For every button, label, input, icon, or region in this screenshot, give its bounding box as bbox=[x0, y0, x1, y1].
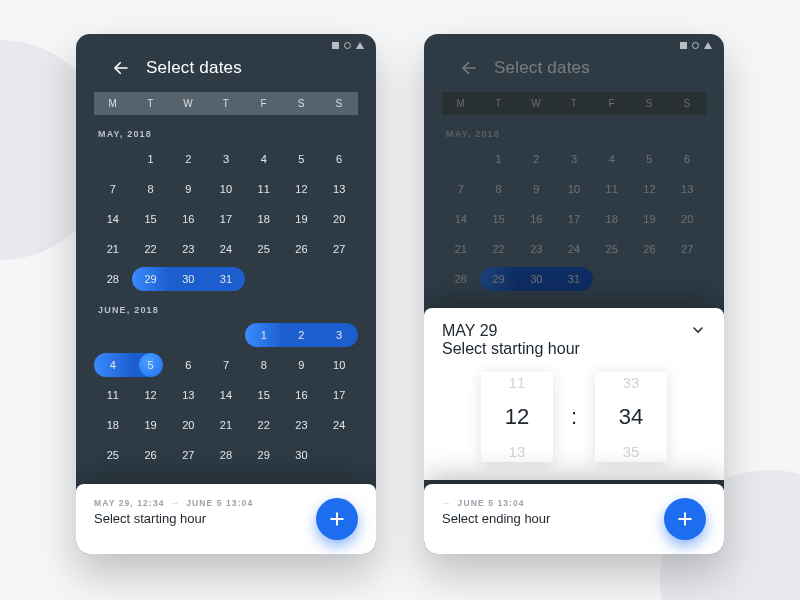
calendar-day[interactable]: 5 bbox=[283, 147, 321, 171]
calendar-day[interactable]: 2 bbox=[169, 147, 207, 171]
add-button[interactable] bbox=[664, 498, 706, 540]
calendar-day[interactable]: 11 bbox=[245, 177, 283, 201]
calendar-day[interactable]: 6 bbox=[320, 147, 358, 171]
calendar-day[interactable]: 11 bbox=[94, 383, 132, 407]
calendar-day[interactable]: 8 bbox=[245, 353, 283, 377]
calendar-day[interactable]: 3 bbox=[555, 147, 593, 171]
calendar-day[interactable]: 2 bbox=[283, 323, 321, 347]
calendar-day[interactable]: 14 bbox=[207, 383, 245, 407]
calendar-day[interactable]: 30 bbox=[283, 443, 321, 467]
add-button[interactable] bbox=[316, 498, 358, 540]
calendar-day[interactable]: 19 bbox=[132, 413, 170, 437]
calendar-day[interactable]: 10 bbox=[320, 353, 358, 377]
calendar-day[interactable]: 16 bbox=[517, 207, 555, 231]
calendar-day[interactable]: 7 bbox=[94, 177, 132, 201]
calendar-day[interactable]: 23 bbox=[169, 237, 207, 261]
calendar-day[interactable]: 21 bbox=[94, 237, 132, 261]
calendar-day[interactable]: 3 bbox=[207, 147, 245, 171]
calendar-day[interactable]: 6 bbox=[169, 353, 207, 377]
calendar-day[interactable]: 9 bbox=[169, 177, 207, 201]
calendar-day[interactable]: 22 bbox=[132, 237, 170, 261]
calendar-day[interactable]: 16 bbox=[169, 207, 207, 231]
calendar-day[interactable]: 17 bbox=[555, 207, 593, 231]
calendar-day[interactable]: 22 bbox=[245, 413, 283, 437]
calendar-day[interactable]: 9 bbox=[517, 177, 555, 201]
calendar-day[interactable]: 18 bbox=[94, 413, 132, 437]
calendar-day[interactable]: 18 bbox=[245, 207, 283, 231]
calendar-day[interactable]: 11 bbox=[593, 177, 631, 201]
calendar-day[interactable]: 23 bbox=[517, 237, 555, 261]
calendar-day[interactable]: 13 bbox=[668, 177, 706, 201]
calendar-day[interactable]: 10 bbox=[207, 177, 245, 201]
calendar-day[interactable]: 2 bbox=[517, 147, 555, 171]
calendar-day[interactable]: 30 bbox=[169, 267, 207, 291]
calendar-day[interactable]: 29 bbox=[132, 267, 170, 291]
calendar-day[interactable]: 10 bbox=[555, 177, 593, 201]
calendar-day[interactable]: 21 bbox=[207, 413, 245, 437]
calendar-day[interactable]: 23 bbox=[283, 413, 321, 437]
calendar-day[interactable]: 29 bbox=[245, 443, 283, 467]
calendar-day[interactable]: 24 bbox=[207, 237, 245, 261]
calendar-day[interactable]: 1 bbox=[245, 323, 283, 347]
calendar-day[interactable]: 26 bbox=[631, 237, 669, 261]
calendar-day[interactable]: 31 bbox=[555, 267, 593, 291]
calendar-day[interactable]: 12 bbox=[283, 177, 321, 201]
calendar-day[interactable]: 24 bbox=[320, 413, 358, 437]
calendar-day[interactable]: 19 bbox=[631, 207, 669, 231]
minute-wheel[interactable]: 33 34 35 bbox=[595, 372, 667, 462]
calendar-day[interactable]: 30 bbox=[517, 267, 555, 291]
back-arrow-icon[interactable] bbox=[112, 59, 130, 77]
calendar-day[interactable]: 25 bbox=[593, 237, 631, 261]
calendar-day[interactable]: 27 bbox=[668, 237, 706, 261]
calendar-day[interactable]: 6 bbox=[668, 147, 706, 171]
calendar-day[interactable]: 29 bbox=[480, 267, 518, 291]
calendar-day[interactable]: 26 bbox=[283, 237, 321, 261]
calendar-day[interactable]: 15 bbox=[480, 207, 518, 231]
calendar-day[interactable]: 22 bbox=[480, 237, 518, 261]
bottom-sheet-end[interactable]: → JUNE 5 13:04 Select ending hour bbox=[424, 484, 724, 554]
calendar-day[interactable]: 19 bbox=[283, 207, 321, 231]
calendar-day[interactable]: 20 bbox=[668, 207, 706, 231]
calendar-day[interactable]: 28 bbox=[94, 267, 132, 291]
calendar-day[interactable]: 25 bbox=[94, 443, 132, 467]
calendar-day[interactable]: 3 bbox=[320, 323, 358, 347]
calendar-day[interactable]: 12 bbox=[631, 177, 669, 201]
calendar-day[interactable]: 25 bbox=[245, 237, 283, 261]
calendar-day[interactable]: 27 bbox=[320, 237, 358, 261]
calendar-day[interactable]: 31 bbox=[207, 267, 245, 291]
calendar-day[interactable]: 4 bbox=[245, 147, 283, 171]
calendar-day[interactable]: 21 bbox=[442, 237, 480, 261]
calendar-day[interactable]: 20 bbox=[320, 207, 358, 231]
calendar-day[interactable]: 4 bbox=[94, 353, 132, 377]
calendar-day[interactable]: 9 bbox=[283, 353, 321, 377]
calendar-day[interactable]: 16 bbox=[283, 383, 321, 407]
calendar-day[interactable]: 26 bbox=[132, 443, 170, 467]
calendar-day[interactable]: 14 bbox=[94, 207, 132, 231]
calendar-day[interactable]: 8 bbox=[480, 177, 518, 201]
calendar-day[interactable]: 17 bbox=[207, 207, 245, 231]
chevron-down-icon[interactable] bbox=[690, 322, 706, 342]
calendar-day[interactable]: 5 bbox=[132, 353, 170, 377]
calendar-day[interactable]: 18 bbox=[593, 207, 631, 231]
calendar-day[interactable]: 27 bbox=[169, 443, 207, 467]
calendar-day[interactable]: 17 bbox=[320, 383, 358, 407]
calendar-day[interactable]: 28 bbox=[442, 267, 480, 291]
calendar-day[interactable]: 13 bbox=[169, 383, 207, 407]
calendar-day[interactable]: 7 bbox=[207, 353, 245, 377]
calendar-day[interactable]: 14 bbox=[442, 207, 480, 231]
calendar-day[interactable]: 8 bbox=[132, 177, 170, 201]
calendar-day[interactable]: 13 bbox=[320, 177, 358, 201]
calendar-day[interactable]: 24 bbox=[555, 237, 593, 261]
calendar-day[interactable]: 1 bbox=[132, 147, 170, 171]
calendar-day[interactable]: 7 bbox=[442, 177, 480, 201]
bottom-sheet-start[interactable]: MAY 29, 12:34 → JUNE 5 13:04 Select star… bbox=[76, 484, 376, 554]
back-arrow-icon[interactable] bbox=[460, 59, 478, 77]
hour-wheel[interactable]: 11 12 13 bbox=[481, 372, 553, 462]
calendar-day[interactable]: 15 bbox=[132, 207, 170, 231]
calendar-day[interactable]: 1 bbox=[480, 147, 518, 171]
calendar-day[interactable]: 5 bbox=[631, 147, 669, 171]
calendar-day[interactable]: 12 bbox=[132, 383, 170, 407]
calendar-day[interactable]: 4 bbox=[593, 147, 631, 171]
calendar-day[interactable]: 20 bbox=[169, 413, 207, 437]
calendar-day[interactable]: 28 bbox=[207, 443, 245, 467]
